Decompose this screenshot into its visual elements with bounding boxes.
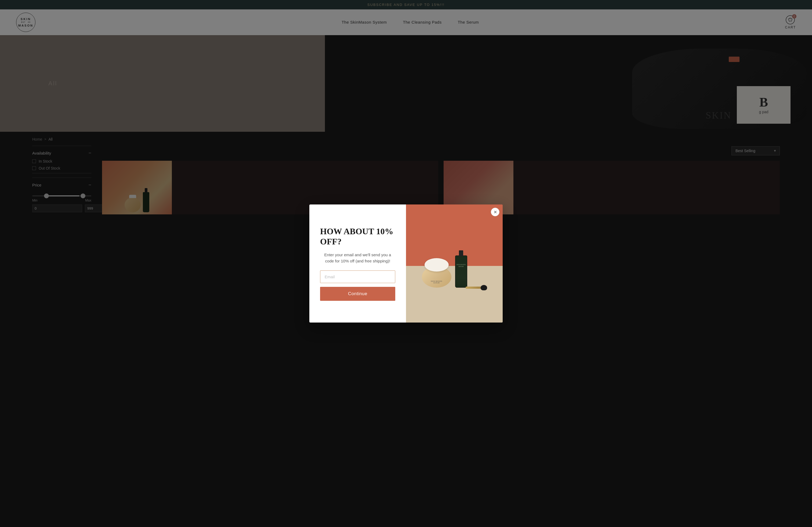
modal-product-jar: SKIN MASONSCRUB — [422, 261, 451, 288]
modal-title: HOW ABOUT 10% OFF? — [320, 226, 395, 247]
modal-close-icon: ✕ — [494, 210, 497, 215]
modal-continue-button[interactable]: Continue — [320, 287, 395, 301]
modal-dropper-tip — [481, 285, 487, 290]
discount-modal: HOW ABOUT 10% OFF? Enter your email and … — [309, 205, 503, 322]
modal-right-top-bg — [406, 205, 503, 269]
modal-right-bottom-bg — [406, 266, 503, 322]
modal-right-panel: SKIN MASONSCRUB SKIN MASONSERUM — [406, 205, 503, 322]
modal-serum-label: SKIN MASONSERUM — [456, 264, 466, 268]
modal-left-panel: HOW ABOUT 10% OFF? Enter your email and … — [309, 205, 406, 322]
modal-dropper — [466, 285, 487, 290]
modal-continue-label: Continue — [348, 291, 367, 296]
modal-product-serum: SKIN MASONSERUM — [455, 255, 467, 288]
modal-overlay[interactable]: HOW ABOUT 10% OFF? Enter your email and … — [0, 0, 812, 527]
modal-close-button[interactable]: ✕ — [491, 208, 499, 216]
modal-email-input[interactable] — [320, 270, 395, 283]
modal-description: Enter your email and we'll send you a co… — [320, 252, 395, 264]
modal-dropper-body — [466, 287, 482, 289]
modal-jar-lid — [424, 258, 449, 272]
modal-jar-label: SKIN MASONSCRUB — [426, 281, 447, 284]
